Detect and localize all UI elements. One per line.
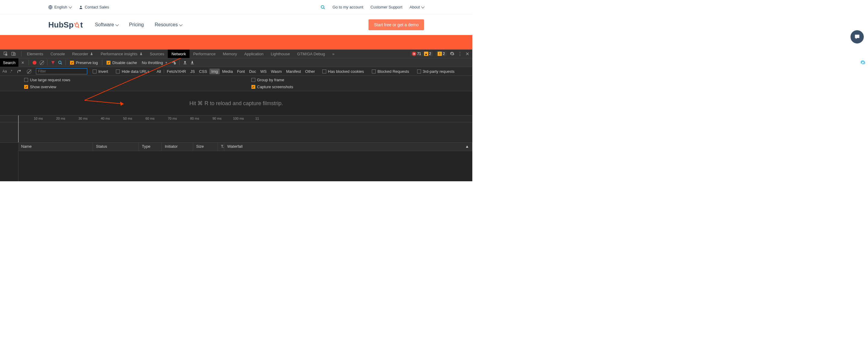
type-filter-group: All | Fetch/XHR JS CSS Img Media Font Do… <box>155 68 317 74</box>
close-devtools-icon[interactable]: ✕ <box>465 51 469 57</box>
filter-wasm[interactable]: Wasm <box>269 68 284 74</box>
tab-network[interactable]: Network <box>168 50 189 58</box>
record-button[interactable] <box>31 59 38 66</box>
col-status[interactable]: Status <box>93 143 139 151</box>
overview-timeline[interactable]: 10 ms 20 ms 30 ms 40 ms 50 ms 60 ms 70 m… <box>0 115 472 143</box>
main-nav: HubSpt Software Pricing Resources Start … <box>0 15 472 35</box>
filter-font[interactable]: Font <box>235 68 247 74</box>
third-party-checkbox[interactable]: 3rd-party requests <box>415 69 457 74</box>
error-badge[interactable]: ✕71 ▲2 <box>410 51 433 57</box>
col-initiator[interactable]: Initiator <box>162 143 193 151</box>
filter-fetch[interactable]: Fetch/XHR <box>165 68 188 74</box>
svg-rect-8 <box>12 52 14 56</box>
utility-bar: English Contact Sales Go to my account C… <box>0 0 472 15</box>
upload-har-icon[interactable] <box>181 59 189 66</box>
tab-console[interactable]: Console <box>47 50 68 58</box>
tab-recorder[interactable]: Recorder <box>68 50 97 58</box>
network-table: Name Status Type Initiator Size T. Water… <box>0 143 472 181</box>
nav-resources[interactable]: Resources <box>155 22 182 28</box>
close-search-icon[interactable]: ✕ <box>19 60 27 65</box>
download-har-icon[interactable] <box>189 59 196 66</box>
filter-other[interactable]: Other <box>303 68 317 74</box>
about-menu[interactable]: About <box>409 5 424 9</box>
tab-performance[interactable]: Performance <box>189 50 219 58</box>
nav-pricing[interactable]: Pricing <box>129 22 144 28</box>
refresh-search-icon[interactable] <box>16 68 23 75</box>
filter-css[interactable]: CSS <box>197 68 209 74</box>
about-label: About <box>409 5 420 9</box>
hide-data-urls-checkbox[interactable]: Hide data URLs <box>114 69 152 74</box>
tab-sources[interactable]: Sources <box>146 50 168 58</box>
devtools-tabs: Elements Console Recorder Performance in… <box>0 50 472 58</box>
tab-application[interactable]: Application <box>241 50 267 58</box>
inspect-icon[interactable] <box>2 51 9 57</box>
throttling-select[interactable]: No throttling▼ <box>140 60 170 65</box>
svg-point-2 <box>321 5 324 8</box>
group-frame-checkbox[interactable]: Group by frame <box>249 78 469 82</box>
filter-js[interactable]: JS <box>188 68 196 74</box>
language-selector[interactable]: English <box>48 5 71 9</box>
col-size[interactable]: Size <box>193 143 218 151</box>
col-type[interactable]: Type <box>139 143 162 151</box>
col-time[interactable]: T. <box>218 143 224 151</box>
filter-manifest[interactable]: Manifest <box>284 68 303 74</box>
col-name[interactable]: Name <box>18 143 93 151</box>
cta-button[interactable]: Start free or get a demo <box>369 19 424 30</box>
col-waterfall[interactable]: Waterfall▲ <box>224 143 472 151</box>
invert-checkbox[interactable]: Invert <box>90 69 111 74</box>
device-toggle-icon[interactable] <box>10 51 17 57</box>
chevron-down-icon <box>179 23 182 26</box>
filter-doc[interactable]: Doc <box>247 68 258 74</box>
kebab-menu-icon[interactable]: ⋮ <box>458 51 462 57</box>
regex-toggle[interactable]: .* <box>10 69 12 74</box>
settings-gear-icon[interactable] <box>450 51 455 56</box>
contact-sales-label: Contact Sales <box>85 5 109 9</box>
language-label: English <box>54 5 67 9</box>
filter-input[interactable] <box>36 68 87 74</box>
disable-cache-checkbox[interactable]: ✓Disable cache <box>104 60 140 65</box>
blocked-cookies-checkbox[interactable]: Has blocked cookies <box>320 69 366 74</box>
tab-elements[interactable]: Elements <box>23 50 47 58</box>
svg-point-3 <box>75 24 79 27</box>
my-account-link[interactable]: Go to my account <box>333 5 363 9</box>
sort-indicator-icon: ▲ <box>465 144 469 149</box>
filter-ws[interactable]: WS <box>259 68 269 74</box>
person-icon <box>79 5 83 9</box>
clear-button[interactable] <box>38 59 45 66</box>
blocked-requests-checkbox[interactable]: Blocked Requests <box>369 69 412 74</box>
tab-memory[interactable]: Memory <box>219 50 241 58</box>
svg-rect-9 <box>13 53 16 55</box>
nav-software[interactable]: Software <box>95 22 118 28</box>
capture-screenshots-checkbox[interactable]: ✓Capture screenshots <box>249 85 469 89</box>
search-icon[interactable] <box>320 5 326 10</box>
preserve-log-checkbox[interactable]: ✓Preserve log <box>68 60 100 65</box>
tab-lighthouse[interactable]: Lighthouse <box>267 50 294 58</box>
svg-line-13 <box>85 100 124 104</box>
filter-media[interactable]: Media <box>220 68 235 74</box>
filter-toggle-icon[interactable] <box>49 59 56 66</box>
filmstrip-hint: Hit ⌘ R to reload and capture filmstrip. <box>0 91 472 115</box>
globe-icon <box>48 5 53 9</box>
issue-badge[interactable]: !2 <box>436 51 447 57</box>
large-rows-checkbox[interactable]: Use large request rows <box>22 78 242 82</box>
network-conditions-icon[interactable] <box>170 59 178 66</box>
chevron-down-icon <box>421 5 424 8</box>
contact-sales-link[interactable]: Contact Sales <box>79 5 109 9</box>
flask-icon <box>90 52 93 56</box>
search-network-icon[interactable] <box>56 59 64 66</box>
show-overview-checkbox[interactable]: ✓Show overview <box>22 85 242 89</box>
filter-all[interactable]: All <box>155 68 163 74</box>
tab-perf-insights[interactable]: Performance insights <box>97 50 146 58</box>
tab-gtm[interactable]: GTM/GA Debug <box>294 50 329 58</box>
timeline-cursor[interactable] <box>18 115 19 142</box>
svg-point-1 <box>80 6 82 7</box>
svg-point-10 <box>59 61 61 63</box>
chevron-down-icon <box>68 5 72 8</box>
match-case-toggle[interactable]: Aa <box>2 69 7 74</box>
hubspot-logo[interactable]: HubSpt <box>48 20 83 30</box>
filter-img[interactable]: Img <box>210 68 220 74</box>
customer-support-link[interactable]: Customer Support <box>371 5 403 9</box>
tabs-overflow[interactable]: » <box>329 50 338 58</box>
clear-search-icon[interactable] <box>26 68 33 75</box>
network-table-body <box>18 151 472 181</box>
